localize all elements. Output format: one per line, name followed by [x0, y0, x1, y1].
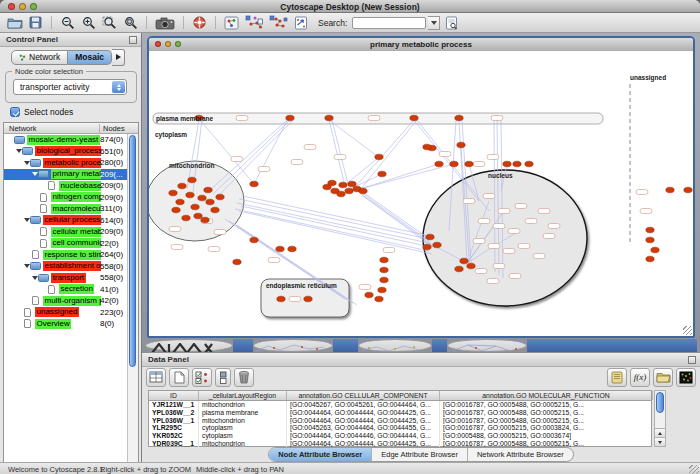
tab-edge-attribute-browser[interactable]: Edge Attribute Browser	[372, 448, 468, 461]
graph-edge[interactable]	[414, 120, 479, 201]
background-window-border[interactable]	[333, 339, 358, 352]
table-row[interactable]: YJR121W__1mitochondrion[GO:0045267, GO:0…	[149, 401, 651, 409]
graph-edge[interactable]	[361, 194, 431, 244]
graph-node[interactable]	[365, 292, 373, 298]
graph-node[interactable]	[378, 171, 386, 177]
zoom-fit-button[interactable]	[121, 14, 140, 31]
tree-item-establishment-of-lo[interactable]: establishment of lo558(0)	[4, 261, 129, 273]
network-graph[interactable]: plasma membranecytoplasmmitochondrionnuc…	[149, 51, 693, 336]
table-column-header[interactable]: annotation.GO CELLULAR_COMPONENT	[287, 391, 440, 400]
graph-node[interactable]	[460, 258, 468, 264]
graph-node[interactable]	[178, 183, 186, 189]
graph-edge[interactable]	[254, 121, 287, 184]
network-window-resize-grip[interactable]	[683, 326, 692, 335]
tree-scrollbar-thumb[interactable]	[129, 135, 136, 367]
tree-item-secretion[interactable]: secretion41(0)	[4, 284, 129, 296]
graph-node[interactable]	[465, 161, 473, 167]
float-panel-icon[interactable]	[129, 36, 137, 44]
open-attribute-file-button[interactable]	[653, 368, 673, 387]
table-row[interactable]: YKR052Ccytoplasm[GO:0044464, GO:0044446,…	[149, 432, 651, 440]
graph-node[interactable]	[288, 246, 296, 252]
background-window-fragment[interactable]	[447, 339, 527, 352]
graph-node[interactable]	[216, 194, 224, 200]
table-scrollbar[interactable]	[654, 390, 666, 447]
tree-item-multi-organism-pro[interactable]: multi-organism pro42(0)	[4, 295, 129, 307]
table-column-header[interactable]: ID	[149, 391, 199, 400]
graph-node[interactable]	[182, 215, 190, 221]
graph-node[interactable]	[359, 188, 367, 194]
graph-node[interactable]	[380, 257, 388, 263]
tab-network-attribute-browser[interactable]: Network Attribute Browser	[468, 448, 573, 461]
graph-node[interactable]	[457, 142, 465, 148]
graph-node[interactable]	[250, 237, 258, 243]
window-resize-grip[interactable]	[689, 465, 699, 474]
graph-node[interactable]	[455, 266, 463, 272]
tree-item-cell-communicat[interactable]: cell communicat22(0)	[4, 238, 129, 250]
select-attributes-button[interactable]	[146, 368, 166, 387]
disclosure-arrow-icon[interactable]	[15, 149, 22, 153]
graph-node[interactable]	[176, 199, 184, 205]
tree-item-unassigned[interactable]: unassigned223(0)	[4, 307, 129, 319]
graph-node[interactable]	[426, 234, 434, 240]
graph-node[interactable]	[194, 213, 202, 219]
snapshot-button[interactable]	[153, 14, 177, 31]
tree-item-response-to-stimulu[interactable]: response to stimulu264(0)	[4, 249, 129, 261]
graph-node[interactable]	[250, 181, 258, 187]
float-panel-icon[interactable]	[688, 356, 696, 364]
graph-node[interactable]	[206, 199, 214, 205]
tree-item-macromolecule[interactable]: macromolecule311(0)	[4, 203, 129, 215]
graph-node[interactable]	[304, 296, 312, 302]
help-button[interactable]	[190, 14, 209, 31]
import-network-button[interactable]	[291, 14, 310, 31]
advanced-search-button[interactable]	[442, 14, 461, 31]
table-row[interactable]: YPL036W__1mitochondrion[GO:0044464, GO:0…	[149, 417, 651, 425]
graph-edge[interactable]	[332, 120, 349, 188]
node-color-attribute-select[interactable]: transporter activity	[13, 79, 127, 95]
disclosure-arrow-icon[interactable]	[31, 276, 38, 280]
tree-item-cellular-process[interactable]: cellular process614(0)	[4, 215, 129, 227]
tree-item-cellular-metabol[interactable]: cellular metabol209(0)	[4, 226, 129, 238]
tree-scrollbar[interactable]	[127, 134, 138, 473]
graph-node[interactable]	[651, 247, 659, 253]
tab-node-attribute-browser[interactable]: Node Attribute Browser	[269, 448, 372, 461]
graph-node[interactable]	[172, 207, 180, 213]
background-window-border[interactable]	[432, 339, 447, 352]
scroll-up-button[interactable]	[655, 428, 665, 437]
open-session-button[interactable]	[5, 14, 24, 31]
function-builder-button[interactable]: f(x)	[630, 368, 650, 387]
graph-node[interactable]	[169, 190, 177, 196]
network-window-titlebar[interactable]: primary metabolic process	[149, 38, 693, 52]
network-canvas[interactable]: plasma membranecytoplasmmitochondrionnuc…	[149, 51, 693, 336]
tree-item-overview[interactable]: Overview8(0)	[4, 318, 129, 330]
graph-node[interactable]	[328, 180, 336, 186]
zoom-in-button[interactable]	[79, 14, 98, 31]
graph-node[interactable]	[277, 296, 285, 302]
disclosure-arrow-icon[interactable]	[23, 264, 30, 268]
graph-node[interactable]	[433, 242, 441, 248]
graph-node[interactable]	[211, 207, 219, 213]
graph-node[interactable]	[337, 191, 345, 197]
graph-node[interactable]	[410, 115, 418, 121]
graph-node[interactable]	[423, 144, 431, 150]
region-nucleus[interactable]	[423, 170, 587, 306]
table-scrollbar-thumb[interactable]	[656, 392, 664, 413]
background-window-border[interactable]	[527, 339, 697, 352]
unselect-attributes-button[interactable]	[215, 368, 231, 387]
graph-node[interactable]	[684, 187, 692, 193]
graph-node[interactable]	[186, 192, 194, 198]
graph-node[interactable]	[503, 161, 511, 167]
graph-edge[interactable]	[360, 120, 417, 190]
graph-node[interactable]	[525, 161, 533, 167]
tree-item-primary-metabol[interactable]: primary metabol209(...	[4, 169, 129, 181]
tree-item-transport[interactable]: transport558(0)	[4, 272, 129, 284]
background-window-border[interactable]	[233, 339, 253, 352]
graph-node[interactable]	[455, 115, 463, 121]
graph-node[interactable]	[380, 267, 388, 273]
create-attribute-button[interactable]	[169, 368, 189, 387]
zoom-selected-region-button[interactable]	[100, 14, 119, 31]
select-all-attributes-button[interactable]	[192, 368, 212, 387]
graph-node[interactable]	[375, 154, 383, 160]
disclosure-arrow-icon[interactable]	[23, 218, 30, 222]
vizmapper-button[interactable]	[222, 14, 241, 31]
graph-node[interactable]	[646, 256, 654, 262]
